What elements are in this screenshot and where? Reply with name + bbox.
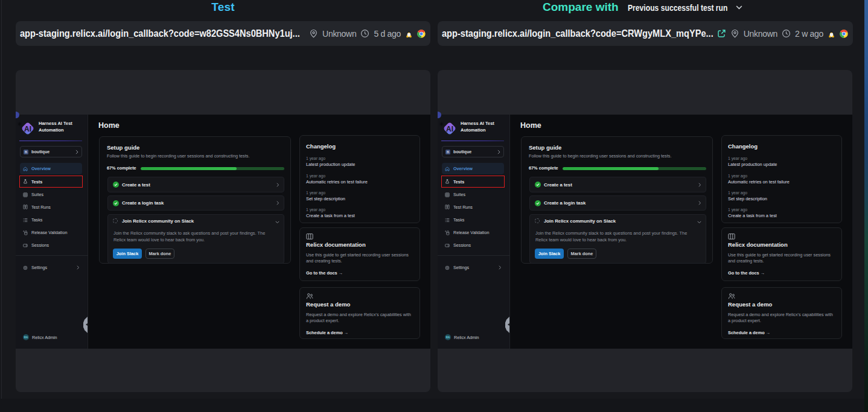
svg-text:AI: AI bbox=[446, 125, 453, 133]
svg-text:AI: AI bbox=[24, 125, 31, 133]
